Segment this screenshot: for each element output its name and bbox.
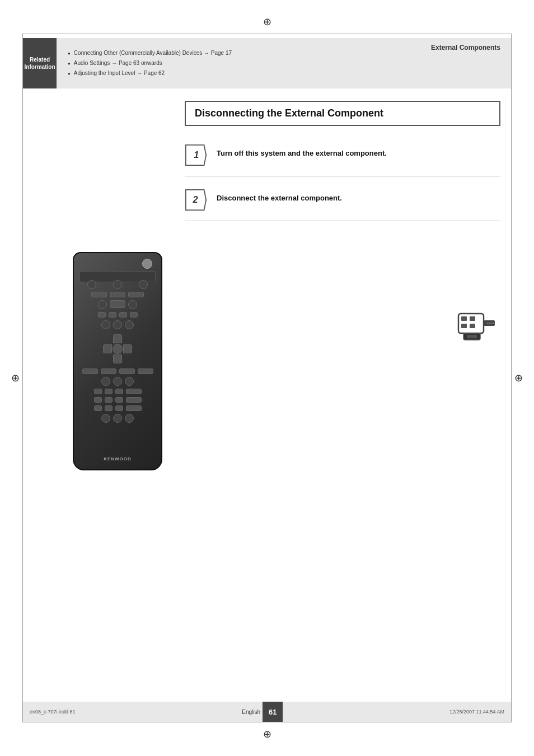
reg-mark-top: ⊕ (263, 16, 271, 28)
remote-btn-r8-1 (101, 414, 110, 423)
page-language: English (242, 709, 260, 715)
remote-btn-r6-2 (113, 377, 122, 386)
remote-btn-r7-2 (105, 389, 113, 394)
svg-text:2: 2 (193, 194, 198, 204)
remote-row-2 (91, 292, 144, 297)
remote-btn-r4-1 (98, 312, 106, 318)
reg-mark-right: ⊕ (514, 372, 523, 384)
remote-btn-r3-2 (110, 300, 125, 308)
page-border-top (22, 34, 512, 34)
step-1-number-icon: 1 (185, 144, 210, 169)
svg-text:1: 1 (194, 150, 199, 160)
footer-filename: en08_c-707i.indd 61 (30, 709, 76, 715)
remote-btn-r8-2 (113, 414, 122, 423)
remote-btn-r7c-3 (115, 405, 123, 411)
remote-btn-r7c-1 (94, 405, 102, 411)
remote-btn-r5-2 (101, 368, 116, 374)
step-2: 2 Disconnect the external component. (185, 182, 500, 221)
section-heading-box: Disconnecting the External Component (185, 101, 500, 126)
remote-power-button (142, 259, 152, 269)
remote-btn-r1-3 (139, 280, 148, 289)
remote-row-7c (94, 405, 142, 411)
remote-btn-r8-3 (125, 414, 134, 423)
step-2-text: Disconnect the external component. (217, 189, 342, 203)
remote-btn-r4b-2 (113, 320, 122, 329)
remote-row-7a (94, 389, 142, 394)
remote-dpad-up (113, 334, 122, 343)
remote-row-3 (98, 300, 137, 309)
connector-icon (456, 308, 500, 347)
header-link-3: Adjusting the Input Level → Page 62 (68, 68, 232, 78)
main-content: Disconnecting the External Component 1 T… (185, 101, 500, 227)
remote-btn-r2-2 (110, 292, 125, 297)
remote-btn-r7c-2 (105, 405, 113, 411)
section-heading-text: Disconnecting the External Component (195, 108, 383, 119)
page-border-right (511, 34, 512, 722)
remote-row-8 (101, 414, 134, 423)
remote-btn-r3-3 (128, 300, 137, 309)
remote-btn-r4-4 (130, 312, 138, 318)
page-number: 61 (263, 702, 283, 722)
section-title: External Components (431, 44, 500, 52)
step-2-number-icon: 2 (185, 189, 210, 214)
remote-btn-r7-1 (94, 389, 102, 394)
header-link-1: Connecting Other (Commercially Available… (68, 48, 232, 58)
step-1: 1 Turn off this system and the external … (185, 137, 500, 176)
reg-mark-left: ⊕ (11, 372, 20, 384)
remote-btn-r1-1 (87, 280, 96, 289)
svg-rect-7 (461, 324, 467, 328)
step-1-text: Turn off this system and the external co… (217, 144, 387, 158)
remote-body: KENWOOD (73, 252, 162, 470)
remote-control-image: KENWOOD (67, 252, 168, 476)
remote-btn-r4-2 (109, 312, 116, 318)
remote-buttons-area (78, 280, 157, 452)
remote-btn-r7-4 (126, 389, 142, 394)
remote-row-6 (101, 377, 134, 386)
remote-row-7b (94, 397, 142, 403)
remote-btn-r7b-1 (94, 397, 102, 403)
remote-btn-r7c-4 (126, 405, 142, 411)
remote-btn-r5-4 (138, 368, 153, 374)
remote-brand-text: KENWOOD (74, 456, 161, 461)
remote-btn-r4b-3 (125, 320, 134, 329)
remote-btn-r5-3 (119, 368, 135, 374)
svg-rect-12 (467, 335, 477, 338)
remote-btn-r6-1 (101, 377, 110, 386)
remote-row-4b (101, 320, 134, 329)
page-border-left (22, 34, 23, 722)
reg-mark-bottom: ⊕ (263, 728, 271, 740)
related-information-tab: Related Information (23, 38, 57, 88)
remote-btn-r7b-3 (115, 397, 123, 403)
remote-row-4a (98, 312, 138, 318)
svg-rect-6 (470, 316, 475, 321)
remote-dpad-down (113, 354, 122, 363)
page-number-box: English 61 (242, 702, 283, 722)
remote-btn-r7b-2 (105, 397, 113, 403)
svg-rect-8 (470, 324, 475, 328)
remote-row-5 (82, 368, 153, 374)
page-border-bottom (22, 722, 512, 722)
remote-btn-r6-3 (125, 377, 134, 386)
header-link-2: Audio Settings → Page 63 onwards (68, 58, 232, 68)
remote-dpad-center (113, 344, 123, 354)
remote-row-1 (87, 280, 148, 289)
remote-dpad-right (123, 344, 132, 353)
footer-band: en08_c-707i.indd 61 English 61 12/25/200… (23, 702, 511, 722)
remote-btn-r2-3 (128, 292, 144, 297)
remote-btn-r4b-1 (101, 320, 110, 329)
header-links: Connecting Other (Commercially Available… (57, 48, 232, 78)
svg-rect-5 (461, 316, 467, 321)
remote-btn-r4-3 (119, 312, 127, 318)
remote-dpad (103, 334, 132, 363)
footer-timestamp: 12/25/2007 11:44:54 AM (449, 709, 504, 715)
remote-btn-r5-1 (82, 368, 98, 374)
remote-btn-r1-2 (113, 280, 122, 289)
remote-dpad-left (103, 344, 112, 353)
remote-btn-r3-1 (98, 300, 107, 309)
remote-btn-r2-1 (91, 292, 107, 297)
remote-btn-r7b-4 (126, 397, 142, 403)
remote-btn-r7-3 (115, 389, 123, 394)
